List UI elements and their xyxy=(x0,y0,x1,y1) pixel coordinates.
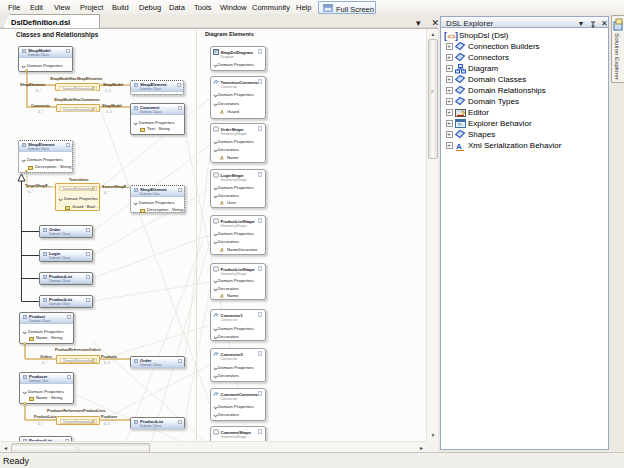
svg-text:A: A xyxy=(456,142,462,151)
svg-text:]: ] xyxy=(455,31,458,41)
